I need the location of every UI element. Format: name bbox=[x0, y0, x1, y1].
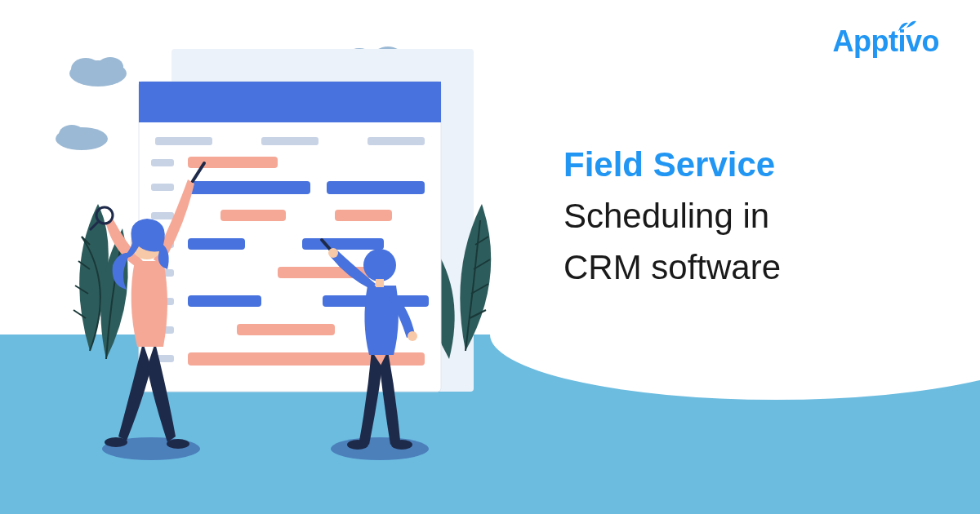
headline-line-1: Field Service bbox=[564, 139, 939, 190]
svg-rect-9 bbox=[139, 82, 441, 122]
svg-rect-19 bbox=[220, 210, 286, 221]
cloud-icon bbox=[56, 125, 108, 150]
svg-rect-11 bbox=[261, 137, 318, 145]
svg-rect-45 bbox=[376, 279, 384, 287]
svg-rect-13 bbox=[151, 159, 174, 166]
svg-rect-10 bbox=[155, 137, 212, 145]
logo-leaf-icon bbox=[897, 18, 916, 33]
cloud-icon bbox=[69, 57, 127, 86]
svg-point-7 bbox=[59, 125, 85, 144]
hero-illustration bbox=[49, 41, 539, 481]
shadow bbox=[331, 437, 429, 460]
brand-logo: Apptivo bbox=[833, 24, 939, 59]
svg-point-39 bbox=[347, 440, 368, 450]
svg-rect-22 bbox=[188, 238, 245, 250]
svg-point-42 bbox=[408, 331, 417, 341]
svg-rect-12 bbox=[368, 137, 425, 145]
svg-rect-20 bbox=[335, 210, 392, 221]
svg-rect-27 bbox=[188, 295, 261, 307]
logo-text: Apptivo bbox=[833, 24, 939, 58]
svg-point-44 bbox=[363, 249, 396, 281]
svg-point-40 bbox=[391, 440, 412, 450]
svg-point-33 bbox=[105, 437, 127, 447]
svg-rect-17 bbox=[327, 181, 425, 194]
svg-point-43 bbox=[328, 248, 338, 258]
svg-rect-23 bbox=[302, 238, 384, 250]
svg-rect-16 bbox=[188, 181, 310, 194]
svg-point-34 bbox=[167, 439, 189, 449]
svg-rect-18 bbox=[151, 212, 174, 219]
headline-line-3: CRM software bbox=[564, 241, 939, 293]
main-headline: Field Service Scheduling in CRM software bbox=[564, 139, 939, 293]
svg-rect-30 bbox=[237, 324, 335, 335]
svg-point-2 bbox=[97, 57, 123, 77]
svg-rect-15 bbox=[151, 184, 174, 191]
headline-line-2: Scheduling in bbox=[564, 190, 939, 241]
svg-point-1 bbox=[71, 58, 100, 81]
